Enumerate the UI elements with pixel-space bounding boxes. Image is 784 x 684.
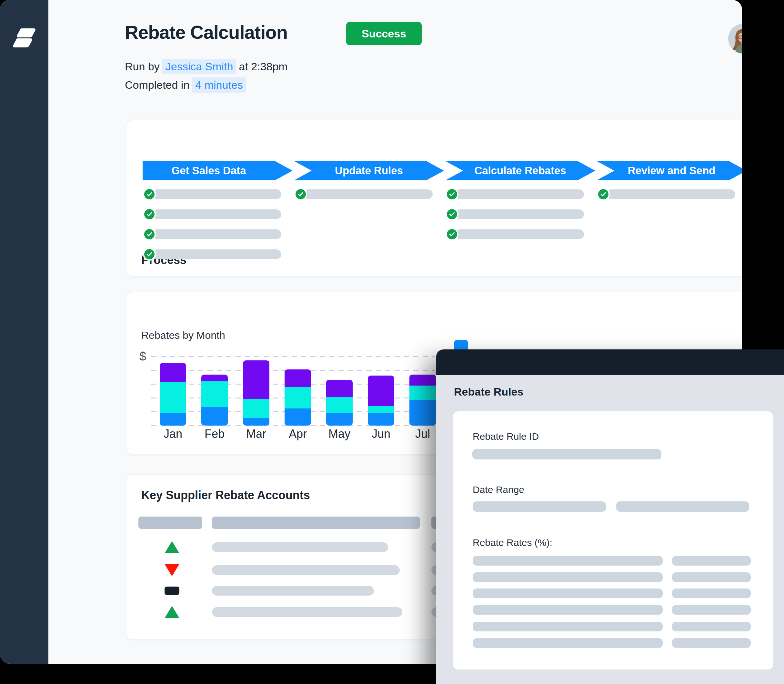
completed-prefix: Completed in: [125, 79, 189, 91]
run-by-prefix: Run by: [125, 60, 160, 73]
process-step-column: Calculate Rebates: [445, 120, 595, 276]
chart-title: Rebates by Month: [141, 329, 225, 341]
bar-segment-apr-blue: [285, 408, 311, 426]
bar-segment-jun-cyan: [368, 406, 394, 413]
process-task-row: [445, 228, 595, 241]
rate-row-percent-field[interactable]: [672, 638, 751, 648]
date-range-start-field[interactable]: [473, 502, 606, 512]
process-step-arrow[interactable]: Calculate Rebates: [445, 161, 595, 181]
check-circle-icon: [597, 188, 610, 201]
process-task-row: [294, 188, 444, 201]
trend-down-shape: [165, 564, 179, 576]
process-step-column: Get Sales Data: [143, 120, 293, 276]
process-step-arrow[interactable]: Get Sales Data: [143, 161, 293, 181]
check-circle-icon: [143, 228, 156, 241]
sidebar: [0, 0, 48, 664]
y-axis-dollar-label: $: [139, 350, 146, 364]
process-task-row: [143, 188, 293, 201]
trend-flat-shape: [165, 587, 179, 595]
accounts-header-col-1: [139, 516, 202, 529]
rebate-rules-panel-titlebar: [436, 349, 784, 375]
check-circle-icon: [294, 188, 307, 201]
bar-segment-mar-cyan: [243, 399, 269, 418]
bar-segment-jul-blue: [410, 400, 436, 426]
run-by-suffix: at 2:38pm: [239, 60, 287, 73]
date-range-end-field[interactable]: [616, 502, 749, 512]
rebate-rates-label: Rebate Rates (%):: [473, 537, 552, 548]
screenshot-canvas: Rebate Calculation Success Run by Jessic…: [0, 0, 784, 684]
status-badge: Success: [346, 22, 422, 45]
checkmark-icon: [297, 191, 304, 198]
checkmark-icon: [448, 231, 456, 238]
bar-segment-jun-blue: [368, 413, 394, 426]
s-lightning-logo-icon: [12, 27, 37, 48]
process-task-row: [143, 208, 293, 221]
rate-row-percent-field[interactable]: [672, 605, 751, 615]
run-by-user-link[interactable]: Jessica Smith: [162, 59, 237, 74]
bar-segment-apr-cyan: [285, 387, 311, 408]
chart-gridline: [151, 356, 435, 357]
bar-segment-feb-cyan: [201, 381, 228, 407]
task-placeholder-bar: [455, 210, 584, 219]
rate-row-value-field[interactable]: [473, 638, 663, 648]
task-placeholder-bar: [455, 229, 584, 239]
date-range-label: Date Range: [473, 484, 524, 495]
x-axis-label-jan: Jan: [152, 427, 194, 441]
process-task-row: [143, 248, 293, 261]
rate-row-percent-field[interactable]: [672, 589, 751, 598]
process-step-column: Update Rules: [294, 120, 444, 276]
x-axis-label-may: May: [318, 427, 360, 441]
task-placeholder-bar: [303, 189, 433, 199]
trend-up-shape: [165, 606, 179, 618]
key-accounts-title: Key Supplier Rebate Accounts: [141, 489, 310, 502]
app-logo[interactable]: [12, 27, 37, 48]
bar-segment-mar-blue: [243, 418, 269, 426]
bar-segment-jul-purple: [410, 374, 436, 386]
check-circle-icon: [445, 208, 458, 221]
task-placeholder-bar: [606, 189, 735, 199]
trend-up-icon: [165, 606, 179, 618]
avatar[interactable]: [728, 24, 742, 53]
check-circle-icon: [445, 228, 458, 241]
account-name-placeholder: [212, 542, 388, 552]
rate-row-value-field[interactable]: [473, 573, 663, 582]
bar-segment-feb-blue: [201, 407, 228, 426]
rate-row-value-field[interactable]: [473, 622, 663, 631]
account-name-placeholder: [212, 565, 400, 575]
avatar-photo-icon: [728, 24, 742, 53]
bar-segment-may-blue: [326, 413, 353, 426]
checkmark-icon: [448, 211, 456, 218]
rate-row-value-field[interactable]: [473, 589, 663, 598]
checkmark-icon: [448, 191, 456, 198]
task-placeholder-bar: [152, 210, 281, 219]
bar-segment-may-cyan: [326, 397, 353, 413]
account-name-placeholder: [212, 607, 402, 617]
bar-segment-jun-purple: [368, 376, 394, 406]
task-placeholder-bar: [152, 189, 281, 199]
process-step-arrow[interactable]: Update Rules: [294, 161, 444, 181]
process-task-row: [445, 188, 595, 201]
x-axis-label-mar: Mar: [235, 427, 277, 441]
process-task-row: [143, 228, 293, 241]
bar-segment-may-purple: [326, 380, 353, 397]
rate-row-percent-field[interactable]: [672, 622, 751, 631]
trend-up-icon: [165, 541, 179, 553]
accounts-header-col-2: [212, 516, 420, 529]
process-task-row: [597, 188, 742, 201]
run-by-line: Run by Jessica Smith at 2:38pm: [125, 59, 288, 74]
rate-row-percent-field[interactable]: [672, 556, 751, 566]
rebate-rules-form-card: Rebate Rule ID Date Range Rebate Rates (…: [453, 411, 773, 669]
page-title: Rebate Calculation: [125, 21, 287, 43]
rule-id-label: Rebate Rule ID: [473, 431, 539, 442]
trend-up-shape: [165, 541, 179, 553]
completed-duration: 4 minutes: [192, 77, 246, 93]
rule-id-field[interactable]: [472, 449, 661, 460]
bar-segment-mar-purple: [243, 360, 269, 399]
process-step-arrow[interactable]: Review and Send: [597, 161, 742, 181]
process-card: Process Get Sales DataUpdate RulesCalcul…: [126, 120, 742, 276]
x-axis-label-jun: Jun: [360, 427, 402, 441]
rate-row-percent-field[interactable]: [672, 573, 751, 582]
rate-row-value-field[interactable]: [473, 605, 663, 615]
check-circle-icon: [143, 248, 156, 261]
rate-row-value-field[interactable]: [473, 556, 663, 566]
